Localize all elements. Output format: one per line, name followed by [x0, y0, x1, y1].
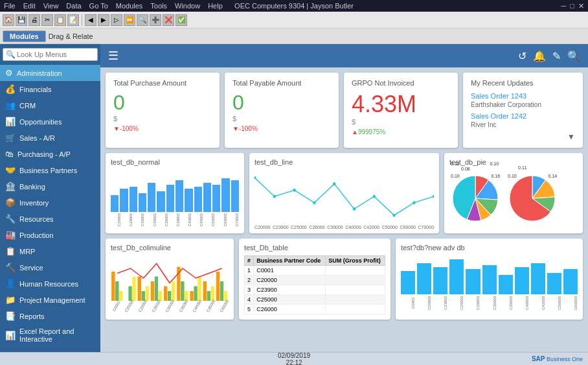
- menu-edit[interactable]: Edit: [23, 2, 36, 10]
- table-cell: 1: [244, 266, 253, 276]
- toolbar-icon-3[interactable]: 🖨: [28, 14, 40, 26]
- sidebar-item-mrp[interactable]: 📋MRP: [0, 243, 100, 259]
- toolbar-icon-8[interactable]: ▶: [98, 14, 109, 26]
- colimuline-chart: C0001 C20000 C23900 C26000 C30000 C35000…: [111, 255, 229, 314]
- sidebar-item-resources[interactable]: 🔧Resources: [0, 211, 100, 227]
- sidebar-item-sales---a-r[interactable]: 🛒Sales - A/R: [0, 130, 100, 146]
- sidebar-item-crm[interactable]: 👥CRM: [0, 97, 100, 113]
- recent-updates-expand-icon[interactable]: ▼: [567, 132, 575, 141]
- sidebar-item-excel-report-and-interactive[interactable]: 📊Excel Report and Interactive: [0, 324, 100, 346]
- update-sub-1242: River Inc: [471, 121, 575, 128]
- search-bar[interactable]: 🔍: [3, 48, 98, 61]
- menu-goto[interactable]: Go To: [89, 2, 108, 10]
- toolbar-icon-6[interactable]: 📝: [67, 14, 79, 26]
- menu-view[interactable]: View: [43, 2, 59, 10]
- kpi-grpo-value: 4.33M: [352, 91, 450, 118]
- svg-rect-10: [111, 272, 115, 301]
- svg-rect-35: [220, 281, 223, 301]
- menu-data[interactable]: Data: [66, 2, 81, 10]
- tab-modules[interactable]: Modules: [3, 30, 46, 42]
- toolbar-icon-12[interactable]: ➕: [150, 14, 161, 26]
- toolbar-icon-13[interactable]: ❌: [163, 14, 174, 26]
- adv-bar: [417, 263, 431, 294]
- menu-modules[interactable]: Modules: [116, 2, 143, 10]
- pie-2-container: 0.10 0.14 0.11: [506, 172, 558, 226]
- svg-rect-29: [194, 287, 197, 301]
- menu-tools[interactable]: Tools: [150, 2, 167, 10]
- col-num: #: [244, 256, 253, 266]
- bar-x-label: C50000: [205, 213, 215, 226]
- kpi-payable-title: Total Payable Amount: [232, 79, 331, 87]
- kpi-grpo-change: ▲999975%: [352, 128, 450, 135]
- adv-bar: [449, 259, 464, 294]
- bar-chart-title: test_db_normal: [111, 158, 239, 166]
- table-cell: C20000: [254, 276, 326, 285]
- main-layout: 🔍 ⚙Administration💰Financials👥CRM📊Opportu…: [0, 44, 588, 352]
- table-chart-card: test_Db_table # Business Partner Code SU…: [239, 239, 390, 320]
- sidebar-item-purchasing---a-p[interactable]: 🛍Purchasing - A/P: [0, 146, 100, 162]
- adv-x-label: C20000: [417, 296, 431, 310]
- svg-rect-24: [172, 281, 175, 301]
- menu-file[interactable]: File: [4, 2, 16, 10]
- line-chart-labels: C20000 C23900 C25000 C26000 C30000 C4000…: [254, 225, 434, 230]
- toolbar-icon-14[interactable]: ✅: [175, 14, 187, 26]
- sidebar-item-opportunities[interactable]: 📊Opportunities: [0, 113, 100, 130]
- close-icon[interactable]: ✕: [578, 2, 584, 10]
- bar-x-label: C36000: [158, 213, 168, 226]
- bar: [157, 191, 164, 213]
- toolbar-icon-10[interactable]: ⏩: [124, 14, 135, 26]
- sidebar-item-financials[interactable]: 💰Financials: [0, 81, 100, 97]
- svg-rect-11: [115, 281, 119, 301]
- toolbar-icon-5[interactable]: 📋: [54, 14, 66, 26]
- sidebar-item-human-resources[interactable]: 👤Human Resources: [0, 276, 100, 292]
- svg-rect-19: [151, 281, 154, 301]
- table-cell: 3: [244, 285, 253, 295]
- sidebar-item-business-partners[interactable]: 🤝Business Partners: [0, 162, 100, 178]
- bar-x-label: C35000: [146, 213, 157, 226]
- update-link-1243[interactable]: Sales Order 1243: [471, 92, 575, 100]
- menu-window[interactable]: Window: [175, 2, 200, 10]
- table-row: 1C0001: [244, 266, 385, 276]
- svg-point-8: [413, 201, 416, 204]
- toolbar-icon-9[interactable]: ▷: [111, 14, 122, 26]
- bar-chart: C26000C29900C30000C35000C36000C38000C400…: [111, 170, 239, 226]
- minimize-icon[interactable]: ─: [561, 2, 567, 10]
- svg-point-4: [333, 182, 336, 185]
- tab-drag-relate[interactable]: Drag & Relate: [49, 32, 93, 40]
- bar-x-label: C45000: [193, 213, 203, 226]
- svg-point-3: [313, 201, 316, 204]
- colimuline-svg: [111, 255, 229, 301]
- adv-bar: [401, 271, 415, 294]
- sidebar-item-inventory[interactable]: 📦Inventory: [0, 194, 100, 211]
- sidebar-item-administration[interactable]: ⚙Administration: [0, 65, 100, 81]
- search-header-icon[interactable]: 🔍: [567, 50, 580, 62]
- refresh-icon[interactable]: ↺: [518, 50, 526, 62]
- search-input[interactable]: [17, 51, 95, 58]
- toolbar-icon-11[interactable]: 🔍: [137, 14, 148, 26]
- toolbar-icon-4[interactable]: ✂: [41, 14, 53, 26]
- menu-help[interactable]: Help: [208, 2, 223, 10]
- bell-icon[interactable]: 🔔: [533, 50, 546, 62]
- toolbar-icon-1[interactable]: 🏠: [3, 14, 14, 26]
- svg-rect-22: [164, 287, 167, 301]
- adv-bar: [499, 275, 513, 294]
- edit-icon[interactable]: ✎: [552, 50, 561, 62]
- bar-x-label: C30000: [134, 213, 144, 226]
- table-cell: [326, 266, 385, 276]
- bar-x-label: C26000: [111, 213, 121, 226]
- sidebar-item-service[interactable]: 🔨Service: [0, 259, 100, 276]
- sidebar-item-reports[interactable]: 📑Reports: [0, 308, 100, 324]
- update-link-1242[interactable]: Sales Order 1242: [471, 112, 575, 120]
- line-chart: C20000 C23900 C25000 C26000 C30000 C4000…: [254, 170, 434, 222]
- maximize-icon[interactable]: □: [570, 2, 574, 10]
- bar: [212, 185, 220, 212]
- bar-x-label: C29900: [122, 213, 133, 226]
- svg-rect-18: [146, 287, 149, 301]
- sidebar-item-project-management[interactable]: 📁Project Management: [0, 292, 100, 308]
- svg-rect-26: [181, 281, 184, 301]
- hamburger-icon[interactable]: ☰: [108, 49, 119, 63]
- toolbar-icon-2[interactable]: 💾: [16, 14, 27, 26]
- sidebar-item-banking[interactable]: 🏦Banking: [0, 178, 100, 194]
- toolbar-icon-7[interactable]: ◀: [85, 14, 96, 26]
- sidebar-item-production[interactable]: 🏭Production: [0, 227, 100, 243]
